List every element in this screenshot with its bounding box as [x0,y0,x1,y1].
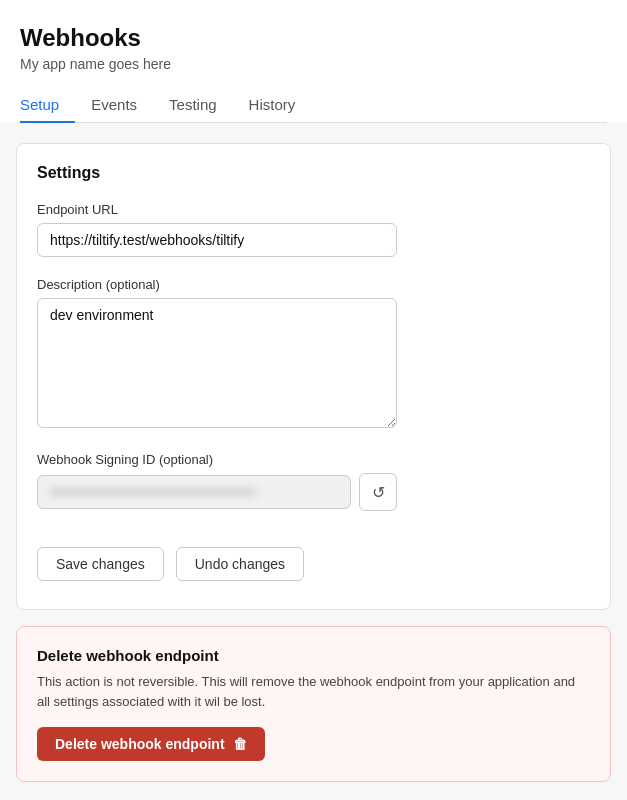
tab-testing[interactable]: Testing [153,88,233,123]
signing-id-input: ••••••••••••••••••••••••••••••••••••••••… [37,475,351,509]
tab-setup[interactable]: Setup [20,88,75,123]
delete-card: Delete webhook endpoint This action is n… [16,626,611,782]
description-label: Description (optional) [37,277,590,292]
refresh-icon: ↺ [372,483,385,502]
page-title: Webhooks [20,24,607,52]
tabs-nav: Setup Events Testing History [20,88,607,123]
signing-id-group: Webhook Signing ID (optional) ••••••••••… [37,452,590,511]
description-group: Description (optional) dev environment [37,277,590,432]
delete-button-label: Delete webhook endpoint [55,736,225,752]
refresh-signing-id-button[interactable]: ↺ [359,473,397,511]
description-textarea[interactable]: dev environment [37,298,397,428]
signing-id-label: Webhook Signing ID (optional) [37,452,590,467]
delete-section-description: This action is not reversible. This will… [37,672,590,711]
action-buttons: Save changes Undo changes [37,531,590,589]
signing-id-row: ••••••••••••••••••••••••••••••••••••••••… [37,473,397,511]
endpoint-url-group: Endpoint URL [37,202,590,257]
delete-webhook-button[interactable]: Delete webhook endpoint 🗑 [37,727,265,761]
endpoint-url-input[interactable] [37,223,397,257]
settings-card: Settings Endpoint URL Description (optio… [16,143,611,610]
tab-history[interactable]: History [233,88,312,123]
save-changes-button[interactable]: Save changes [37,547,164,581]
tab-events[interactable]: Events [75,88,153,123]
undo-changes-button[interactable]: Undo changes [176,547,304,581]
app-name: My app name goes here [20,56,607,72]
settings-title: Settings [37,164,590,182]
delete-section-title: Delete webhook endpoint [37,647,590,664]
trash-icon: 🗑 [233,736,247,752]
endpoint-url-label: Endpoint URL [37,202,590,217]
